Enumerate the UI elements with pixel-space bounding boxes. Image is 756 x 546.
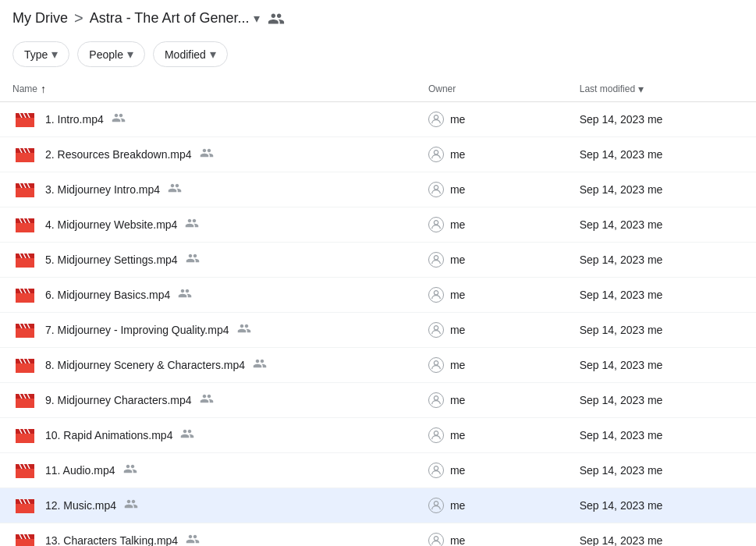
video-file-icon — [12, 458, 37, 483]
file-name-label: 13. Characters Talking.mp4 — [45, 534, 178, 546]
avatar — [428, 392, 444, 408]
modified-filter-chevron: ▾ — [210, 47, 216, 62]
breadcrumb-separator: > — [74, 9, 83, 27]
th-last-modified[interactable]: Last modified ▾ — [567, 76, 756, 102]
owner-label: me — [450, 464, 465, 477]
svg-rect-12 — [16, 153, 34, 162]
table-row[interactable]: 6. Midjourney Basics.mp4 me Sep 14, 2023… — [0, 278, 756, 313]
avatar — [428, 287, 444, 303]
avatar — [428, 498, 444, 513]
svg-point-41 — [434, 291, 438, 295]
th-name[interactable]: Name ↑ — [0, 76, 416, 102]
modified-column-label: Last modified — [580, 83, 635, 94]
svg-rect-54 — [16, 363, 34, 373]
table-row[interactable]: 8. Midjourney Scenery & Characters.mp4 m… — [0, 348, 756, 383]
svg-rect-33 — [16, 258, 34, 268]
name-column-label: Name — [12, 83, 37, 94]
modified-filter-button[interactable]: Modified ▾ — [153, 41, 228, 67]
avatar — [428, 217, 444, 232]
table-row[interactable]: 4. Midjourney Website.mp4 me Sep 14, 202… — [0, 207, 756, 243]
modified-date-label: Sep 14, 2023 me — [580, 464, 663, 477]
breadcrumb: My Drive > Astra - The Art of Gener... ▾ — [0, 0, 756, 35]
modified-cell: Sep 14, 2023 me — [567, 313, 756, 348]
file-name-cell: 2. Resources Breakdown.mp4 — [0, 137, 416, 172]
modified-date-label: Sep 14, 2023 me — [580, 534, 663, 546]
share-people-icon[interactable] — [268, 10, 285, 27]
table-row[interactable]: 13. Characters Talking.mp4 me Sep 14, 20… — [0, 523, 756, 547]
svg-point-55 — [434, 361, 438, 365]
video-file-icon — [12, 177, 37, 202]
modified-cell: Sep 14, 2023 me — [567, 418, 756, 453]
video-file-icon — [12, 528, 37, 546]
name-sort-icon: ↑ — [41, 83, 46, 95]
owner-label: me — [450, 499, 465, 512]
avatar — [428, 112, 444, 127]
modified-date-label: Sep 14, 2023 me — [580, 394, 663, 406]
svg-rect-40 — [16, 293, 34, 303]
table-row[interactable]: 3. Midjourney Intro.mp4 me Sep 14, 2023 … — [0, 172, 756, 207]
file-name-label: 8. Midjourney Scenery & Characters.mp4 — [45, 359, 245, 371]
owner-cell: me — [416, 418, 567, 453]
file-name-cell: 13. Characters Talking.mp4 — [0, 523, 416, 547]
video-file-icon — [12, 353, 37, 378]
video-file-icon — [12, 388, 37, 413]
owner-cell: me — [416, 383, 567, 418]
video-file-icon — [12, 212, 37, 237]
svg-point-83 — [434, 502, 438, 505]
svg-point-27 — [434, 221, 438, 225]
file-name-label: 11. Audio.mp4 — [45, 464, 115, 477]
file-name-cell: 12. Music.mp4 — [0, 488, 416, 523]
shared-file-icon — [186, 532, 200, 546]
table-row[interactable]: 9. Midjourney Characters.mp4 me Sep 14, … — [0, 383, 756, 418]
table-row[interactable]: 7. Midjourney - Improving Quality.mp4 me… — [0, 313, 756, 348]
table-row[interactable]: 1. Intro.mp4 me Sep 14, 2023 me — [0, 102, 756, 137]
modified-cell: Sep 14, 2023 me — [567, 243, 756, 278]
file-name-label: 9. Midjourney Characters.mp4 — [45, 394, 192, 406]
svg-point-34 — [434, 256, 438, 260]
type-filter-button[interactable]: Type ▾ — [12, 41, 69, 67]
svg-rect-68 — [16, 434, 34, 443]
table-row[interactable]: 10. Rapid Animations.mp4 me Sep 14, 2023… — [0, 418, 756, 453]
video-file-icon — [12, 423, 37, 448]
folder-dropdown-chevron[interactable]: ▾ — [254, 11, 260, 26]
people-filter-label: People — [89, 48, 123, 61]
modified-cell: Sep 14, 2023 me — [567, 523, 756, 547]
owner-label: me — [450, 218, 465, 231]
modified-date-label: Sep 14, 2023 me — [580, 289, 663, 301]
owner-label: me — [450, 113, 465, 126]
people-filter-button[interactable]: People ▾ — [77, 41, 145, 67]
file-name-label: 4. Midjourney Website.mp4 — [45, 218, 177, 231]
file-name-label: 7. Midjourney - Improving Quality.mp4 — [45, 324, 229, 336]
svg-rect-5 — [16, 118, 34, 127]
shared-file-icon — [178, 286, 192, 303]
svg-rect-75 — [16, 469, 34, 478]
modified-cell: Sep 14, 2023 me — [567, 383, 756, 418]
shared-file-icon — [112, 111, 126, 128]
owner-cell: me — [416, 523, 567, 547]
svg-point-20 — [434, 186, 438, 190]
my-drive-link[interactable]: My Drive — [12, 10, 68, 27]
owner-label: me — [450, 148, 465, 161]
modified-cell: Sep 14, 2023 me — [567, 278, 756, 313]
shared-file-icon — [186, 251, 200, 268]
svg-rect-26 — [16, 223, 34, 232]
owner-label: me — [450, 289, 465, 301]
modified-sort-icon: ▾ — [638, 83, 644, 95]
svg-point-13 — [434, 151, 438, 154]
table-row[interactable]: 11. Audio.mp4 me Sep 14, 2023 me — [0, 453, 756, 488]
table-row[interactable]: 5. Midjourney Settings.mp4 me Sep 14, 20… — [0, 243, 756, 278]
modified-cell: Sep 14, 2023 me — [567, 137, 756, 172]
owner-label: me — [450, 254, 465, 266]
table-row[interactable]: 2. Resources Breakdown.mp4 me Sep 14, 20… — [0, 137, 756, 172]
people-filter-chevron: ▾ — [127, 47, 133, 62]
owner-cell: me — [416, 348, 567, 383]
avatar — [428, 147, 444, 162]
modified-date-label: Sep 14, 2023 me — [580, 183, 663, 196]
table-row[interactable]: 12. Music.mp4 me Sep 14, 2023 me — [0, 488, 756, 523]
breadcrumb-current-folder: Astra - The Art of Gener... ▾ — [90, 10, 261, 27]
owner-cell: me — [416, 488, 567, 523]
video-file-icon — [12, 142, 37, 167]
file-name-cell: 3. Midjourney Intro.mp4 — [0, 172, 416, 207]
modified-cell: Sep 14, 2023 me — [567, 207, 756, 243]
file-name-cell: 10. Rapid Animations.mp4 — [0, 418, 416, 453]
